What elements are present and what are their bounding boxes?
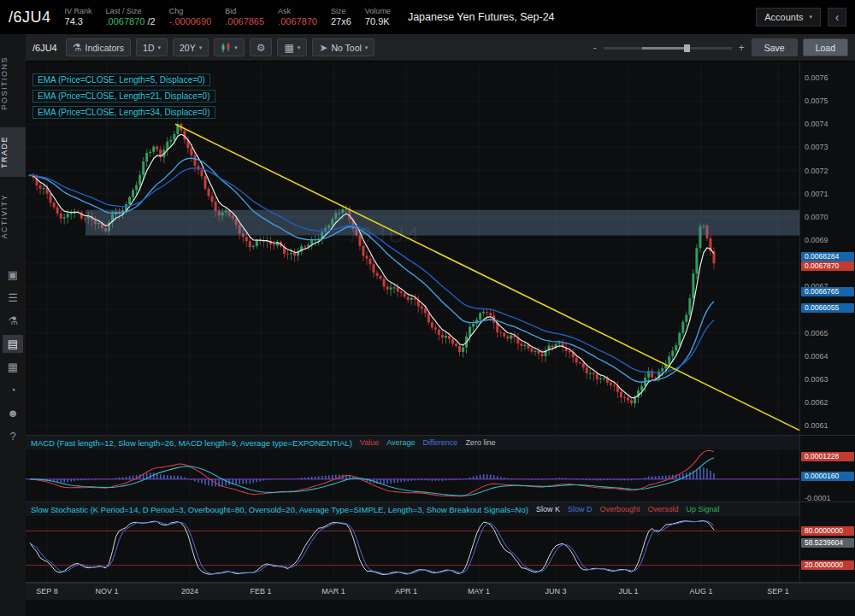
price-chart-panel: EMA (Price=CLOSE, Length=5, Displace=0) … [26,62,855,436]
field-value: .0067870 /2 [106,16,156,28]
price-tick: 0.0072 [805,167,828,175]
collapse-panel-button[interactable]: ‹ [828,8,846,26]
macd-title[interactable]: MACD (Fast length=12, Slow length=26, MA… [31,438,352,448]
price-tick: 0.0062 [805,398,828,407]
quote-header: /6JU4 IV Rank 74.3 Last / Size .0067870 … [0,0,855,34]
chart-type-dropdown[interactable]: ▾ [214,38,245,56]
field-label: IV Rank [65,7,92,16]
quote-field-bid: Bid .0067865 [225,7,264,28]
field-value: .0067865 [225,16,264,28]
macd-panel: MACD (Fast length=12, Slow length=26, MA… [26,436,855,502]
price-tick: 0.0064 [805,352,828,361]
field-value: .0067870 [278,16,317,28]
chevron-down-icon: ▾ [365,44,369,51]
monitor-icon[interactable]: ▣ [3,266,23,284]
community-icon[interactable]: ☻ [3,404,23,422]
quote-field-iv-rank: IV Rank 74.3 [65,7,92,28]
analyze-icon[interactable]: ⚗ [3,312,23,330]
price-tick: 0.0061 [805,421,828,430]
macd-axis-tag: 0.0001228 [801,452,854,461]
stochastic-canvas [26,516,799,582]
stoch-axis-tag: 20.0000000 [801,560,854,570]
macd-value-line [30,450,714,496]
stochastic-plot[interactable] [26,516,799,582]
chevron-down-icon: ▾ [298,44,301,51]
time-tick: 2024 [181,587,198,595]
grid-icon[interactable]: ▦ [3,358,23,376]
chart-symbol-label: /6JU4 [32,43,57,53]
symbol-watermark: /6JU4 [351,222,422,249]
field-label: Last / Size [106,7,156,16]
ema-34-line [30,168,714,373]
chart-settings-button[interactable]: ⚙ [250,38,273,56]
app-body: POSITIONS TRADE ACTIVITY ▣☰⚗▤▦◔☻? /6JU4 … [0,34,855,616]
slider-handle[interactable] [684,44,690,52]
chevron-down-icon: ▾ [234,44,238,51]
accounts-label: Accounts [764,12,803,22]
gear-icon: ⚙ [256,42,266,54]
load-button[interactable]: Load [803,38,848,56]
sidebar-icon-rail: ▣☰⚗▤▦◔☻? [0,266,26,445]
time-tick: JUL 1 [618,587,638,595]
range-dropdown[interactable]: 20Y ▾ [173,38,209,56]
stoch-legend-overbought: Overbought [599,505,640,513]
price-tick: 0.0063 [805,375,828,384]
stochastic-axis[interactable]: 80.000000058.523960420.0000000 [799,502,855,582]
trading-platform: /6JU4 IV Rank 74.3 Last / Size .0067870 … [0,0,855,616]
quote-field-size: Size 27x6 [331,7,351,28]
chart-zoom-slider[interactable] [604,42,732,54]
price-tick: 0.0071 [805,190,828,198]
stoch-legend-slowd: Slow D [568,505,593,513]
price-tick: 0.0076 [805,73,828,82]
chevron-left-icon: ‹ [835,10,840,24]
chevron-down-icon: ▾ [199,44,203,51]
sidebar-tab-trade[interactable]: TRADE [0,127,26,177]
field-value: 74.3 [65,16,92,28]
ema34-label[interactable]: EMA (Price=CLOSE, Length=34, Displace=0) [32,106,215,119]
last-size: /2 [144,16,155,26]
macd-legend-average: Average [386,438,415,447]
macd-plot[interactable] [26,449,799,502]
bottom-strip [26,600,855,616]
indicators-button[interactable]: ⚗ Indicators [66,38,131,56]
chevron-down-icon: ▾ [809,14,812,21]
time-tick: FEB 1 [250,587,271,595]
sidebar-tab-positions[interactable]: POSITIONS [0,48,26,119]
time-tick: SEP 8 [36,587,57,595]
ema21-label[interactable]: EMA (Price=CLOSE, Length=21, Displace=0) [32,90,215,103]
timeframe-dropdown[interactable]: 1D ▾ [136,38,168,56]
last-price: .0067870 [106,16,145,26]
ema5-label[interactable]: EMA (Price=CLOSE, Length=5, Displace=0) [32,73,210,86]
slow-k-line [30,520,714,574]
quote-field-chg: Chg -.0000690 [169,7,212,28]
stoch-legend-upsignal: Up Signal [686,505,719,513]
layout-dropdown[interactable]: ▦ ▾ [277,38,307,56]
symbol-label: /6JU4 [9,9,51,26]
timeframe-value: 1D [143,43,154,53]
price-axis-tag: 0.0068284 [801,252,854,261]
watchlist-icon[interactable]: ☰ [3,289,23,307]
stochastic-title[interactable]: Slow Stochastic (K Period=14, D Period=3… [31,505,528,514]
pointer-icon: ➤ [319,42,327,54]
time-axis[interactable]: SEP 8NOV 12024FEB 1MAR 1APR 1MAY 1JUN 3J… [26,583,855,600]
help-icon[interactable]: ? [3,427,23,445]
stoch-legend-oversold: Oversold [647,505,678,513]
price-tick: 0.0073 [805,143,828,151]
time-tick: NOV 1 [95,587,118,595]
history-icon[interactable]: ◔ [3,381,23,399]
flask-icon: ⚗ [73,42,82,54]
chart-icon[interactable]: ▤ [3,335,23,353]
macd-legend-value: Value [360,438,379,447]
price-axis[interactable]: 0.00760.00750.00740.00730.00720.00710.00… [799,62,855,435]
sidebar-tab-activity[interactable]: ACTIVITY [0,185,26,248]
macd-axis-tag: 0.0000160 [801,472,854,481]
field-value: -.0000690 [169,16,212,28]
save-button[interactable]: Save [752,38,798,56]
zoom-in-button[interactable]: + [737,42,746,54]
chart-toolbar: /6JU4 ⚗ Indicators 1D ▾ 20Y ▾ [26,34,855,62]
accounts-dropdown[interactable]: Accounts ▾ [756,8,821,26]
slider-range [642,47,686,50]
macd-axis[interactable]: 0.00012280.0000160-0.0001 [799,436,855,502]
drawing-tool-dropdown[interactable]: ➤ No Tool ▾ [312,38,374,56]
zoom-out-button[interactable]: - [592,42,598,54]
